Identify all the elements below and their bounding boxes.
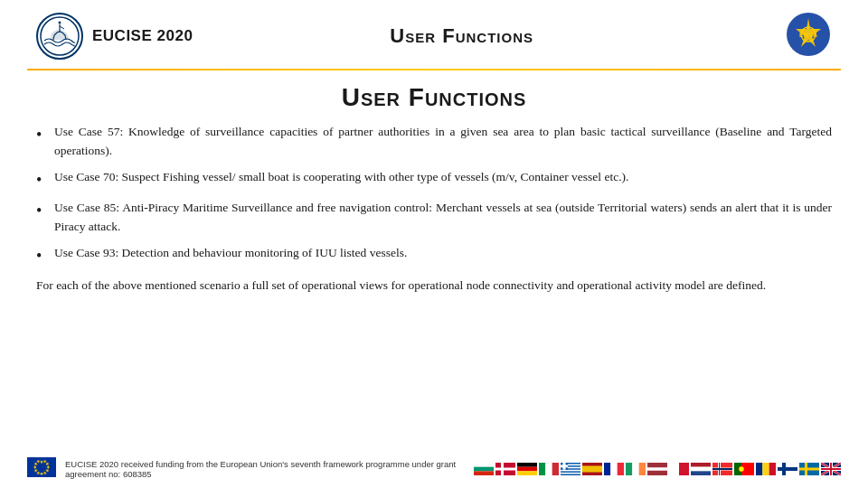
header-divider	[27, 69, 841, 70]
flag-denmark	[495, 463, 515, 475]
svg-rect-64	[756, 463, 762, 475]
svg-rect-31	[545, 463, 552, 475]
bullet-text-2: Use Case 70: Suspect Fishing vessel/ sma…	[54, 168, 832, 187]
footer: EUCISE 2020 received funding from the Eu…	[0, 436, 868, 488]
svg-rect-54	[691, 467, 711, 472]
flag-italy	[539, 463, 559, 475]
flag-ireland	[626, 463, 646, 475]
bullet-text-1: Use Case 57: Knowledge of surveillance c…	[54, 123, 832, 161]
bullet-text-4: Use Case 93: Detection and behaviour mon…	[54, 244, 832, 263]
flag-malta	[669, 463, 689, 475]
svg-rect-47	[632, 463, 638, 475]
flag-portugal	[734, 463, 754, 475]
flag-romania	[756, 463, 776, 475]
svg-rect-37	[561, 473, 580, 474]
eu-flag-icon	[27, 457, 56, 481]
svg-rect-50	[647, 467, 667, 471]
svg-rect-23	[474, 471, 494, 475]
bullet-dot-3: •	[36, 200, 54, 222]
flag-latvia	[647, 463, 667, 475]
svg-rect-22	[474, 467, 494, 472]
svg-rect-27	[517, 463, 537, 467]
slide: EUCISE 2020 User Functions EMSA User Fun…	[0, 0, 868, 488]
flag-spain	[582, 463, 602, 475]
svg-rect-46	[626, 463, 632, 475]
flag-sweden	[799, 463, 819, 475]
header: EUCISE 2020 User Functions EMSA	[0, 0, 868, 69]
eucise-logo	[36, 13, 83, 60]
summary-paragraph: For each of the above mentioned scenario…	[36, 277, 832, 296]
bullet-dot-1: •	[36, 124, 54, 146]
svg-point-63	[739, 466, 744, 472]
flag-finland	[778, 463, 797, 475]
svg-rect-26	[495, 468, 515, 471]
svg-rect-43	[604, 463, 610, 475]
footer-row: EUCISE 2020 received funding from the Eu…	[0, 457, 868, 488]
svg-rect-66	[769, 463, 776, 475]
page-title: User Functions	[0, 83, 868, 112]
flag-uk	[821, 463, 841, 475]
svg-rect-32	[552, 463, 559, 475]
svg-rect-69	[778, 467, 797, 471]
svg-rect-60	[712, 468, 732, 470]
svg-rect-42	[582, 466, 602, 473]
list-item: • Use Case 57: Knowledge of surveillance…	[36, 123, 832, 161]
bullet-list: • Use Case 57: Knowledge of surveillance…	[36, 123, 832, 267]
svg-rect-29	[517, 471, 537, 475]
footer-text: EUCISE 2020 received funding from the Eu…	[65, 459, 465, 479]
svg-point-3	[59, 22, 61, 24]
svg-rect-65	[762, 463, 769, 475]
flag-netherlands	[691, 463, 711, 475]
bullet-dot-4: •	[36, 245, 54, 267]
bullet-text-3: Use Case 85: Anti-Piracy Maritime Survei…	[54, 199, 832, 237]
svg-rect-36	[561, 470, 580, 472]
flag-france	[604, 463, 624, 475]
flag-bulgaria	[474, 463, 494, 475]
flag-germany	[517, 463, 537, 475]
list-item: • Use Case 85: Anti-Piracy Maritime Surv…	[36, 199, 832, 237]
svg-rect-28	[517, 467, 537, 472]
svg-rect-55	[691, 471, 711, 475]
svg-rect-40	[561, 465, 568, 467]
svg-rect-48	[639, 463, 646, 475]
list-item: • Use Case 93: Detection and behaviour m…	[36, 244, 832, 267]
svg-rect-21	[474, 463, 494, 467]
header-center-title: User Functions	[138, 24, 785, 48]
svg-rect-53	[691, 463, 711, 467]
country-flags	[474, 463, 841, 475]
flag-greece	[561, 463, 580, 475]
svg-line-2	[60, 26, 64, 29]
svg-rect-52	[679, 463, 689, 475]
svg-rect-44	[610, 463, 617, 475]
flag-norway	[712, 463, 732, 475]
svg-rect-45	[618, 463, 624, 475]
bullet-dot-2: •	[36, 169, 54, 192]
right-logo: EMSA	[785, 11, 832, 61]
svg-rect-30	[539, 463, 545, 475]
content-area: • Use Case 57: Knowledge of surveillance…	[0, 123, 868, 296]
svg-rect-81	[821, 468, 841, 470]
svg-rect-51	[669, 463, 679, 475]
svg-rect-72	[799, 468, 819, 471]
list-item: • Use Case 70: Suspect Fishing vessel/ s…	[36, 168, 832, 192]
svg-text:EMSA: EMSA	[799, 32, 817, 38]
